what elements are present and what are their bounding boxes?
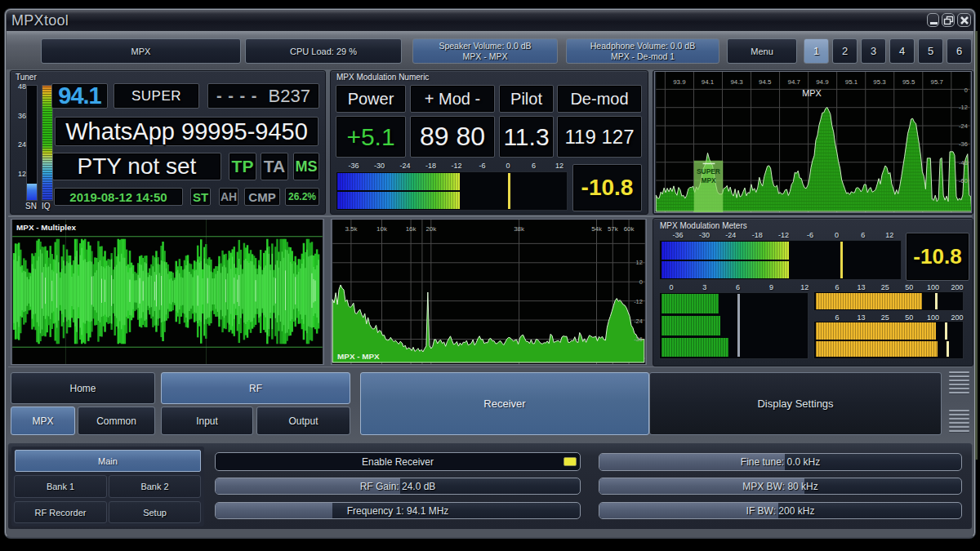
svg-text:93.9: 93.9 (673, 78, 686, 86)
svg-text:-12: -12 (634, 298, 643, 305)
svg-text:0: 0 (964, 87, 968, 94)
svg-text:38k: 38k (514, 225, 524, 233)
svg-text:94.3: 94.3 (730, 78, 743, 86)
svg-text:95.1: 95.1 (845, 78, 858, 86)
svg-text:-60: -60 (959, 177, 968, 184)
svg-text:3.5k: 3.5k (345, 225, 357, 233)
svg-text:MPX - Multiplex: MPX - Multiplex (16, 223, 76, 232)
svg-text:94.9: 94.9 (816, 78, 829, 86)
svg-text:95.3: 95.3 (873, 78, 886, 86)
svg-text:MPX - MPX: MPX - MPX (337, 352, 380, 361)
svg-text:-36: -36 (634, 335, 643, 343)
svg-text:10k: 10k (376, 225, 387, 233)
svg-text:0: 0 (639, 278, 643, 286)
svg-text:MPX: MPX (701, 176, 716, 184)
svg-text:94.5: 94.5 (759, 78, 772, 86)
svg-text:94.1: 94.1 (702, 78, 714, 86)
svg-text:20k: 20k (425, 225, 436, 233)
svg-text:-12: -12 (959, 104, 968, 111)
svg-text:57k: 57k (608, 225, 618, 233)
svg-text:16k: 16k (406, 225, 416, 233)
svg-text:60k: 60k (624, 225, 635, 233)
svg-text:12: 12 (636, 259, 643, 266)
svg-text:-24: -24 (634, 318, 643, 325)
svg-text:95.5: 95.5 (902, 78, 915, 86)
svg-text:54k: 54k (591, 225, 602, 233)
svg-text:SUPER: SUPER (697, 167, 720, 176)
svg-text:95.7: 95.7 (931, 78, 943, 86)
svg-text:94.7: 94.7 (788, 78, 800, 86)
svg-text:MPX: MPX (802, 88, 822, 98)
svg-text:-24: -24 (959, 122, 968, 130)
svg-text:-48: -48 (959, 159, 968, 167)
svg-text:-36: -36 (959, 140, 968, 148)
